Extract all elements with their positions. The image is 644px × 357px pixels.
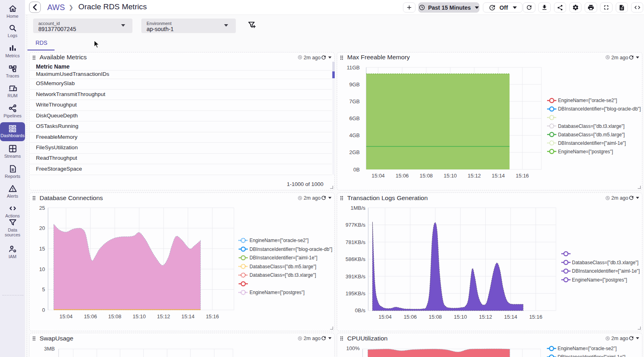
- svg-text:0: 0: [42, 307, 45, 313]
- svg-text:EngineName=["postgres"]: EngineName=["postgres"]: [558, 148, 613, 154]
- svg-text:15:08: 15:08: [108, 313, 122, 319]
- svg-text:5: 5: [42, 286, 45, 292]
- svg-text:15:10: 15:10: [454, 314, 467, 320]
- svg-text:6GB: 6GB: [349, 115, 360, 121]
- svg-text:391KB/s: 391KB/s: [346, 273, 366, 280]
- svg-text:977KB/s: 977KB/s: [346, 222, 366, 228]
- svg-text:EngineName=["oracle-se2"]: EngineName=["oracle-se2"]: [558, 98, 617, 103]
- svg-text:15:04: 15:04: [371, 173, 385, 179]
- svg-text:DBInstanceIdentifier=["blog-or: DBInstanceIdentifier=["blog-oracle-db"]: [250, 246, 332, 252]
- svg-text:EngineName=["oracle-se2"]: EngineName=["oracle-se2"]: [558, 346, 617, 351]
- svg-text:15:14: 15:14: [492, 173, 505, 179]
- svg-text:15:12: 15:12: [157, 313, 170, 319]
- svg-text:EngineName=["oracle-se2"]: EngineName=["oracle-se2"]: [250, 238, 308, 243]
- svg-text:15:14: 15:14: [181, 313, 195, 319]
- svg-text:DBInstanceIdentifier=["aiml-1e: DBInstanceIdentifier=["aiml-1e"]: [558, 140, 626, 146]
- svg-text:15:06: 15:06: [396, 173, 409, 179]
- svg-text:DBInstanceIdentifier=["aiml-1e: DBInstanceIdentifier=["aiml-1e"]: [250, 255, 317, 261]
- svg-text:15:04: 15:04: [378, 314, 392, 320]
- svg-text:100%: 100%: [346, 345, 360, 351]
- svg-text:15:10: 15:10: [444, 173, 457, 179]
- svg-text:DBInstanceIdentifier=["aiml-1e: DBInstanceIdentifier=["aiml-1e"]: [558, 354, 625, 357]
- svg-text:195KB/s: 195KB/s: [346, 290, 366, 296]
- svg-text:11GB: 11GB: [347, 64, 360, 70]
- svg-text:0B/s: 0B/s: [355, 307, 366, 313]
- svg-text:3MB: 3MB: [44, 346, 55, 352]
- svg-text:EngineName=["postgres"]: EngineName=["postgres"]: [250, 290, 304, 295]
- svg-text:9GB: 9GB: [349, 81, 360, 87]
- svg-text:DatabaseClass=["db.t3.xlarge"]: DatabaseClass=["db.t3.xlarge"]: [558, 123, 625, 129]
- svg-text:15: 15: [39, 246, 45, 252]
- svg-text:DBInstanceIdentifier=["blog-or: DBInstanceIdentifier=["blog-oracle-db"]: [558, 106, 641, 112]
- svg-text:15:12: 15:12: [479, 314, 492, 320]
- svg-text:DBInstanceIdentifier=["aiml-1e: DBInstanceIdentifier=["aiml-1e"]: [572, 268, 640, 274]
- svg-text:15:16: 15:16: [516, 173, 529, 179]
- svg-text:15:16: 15:16: [206, 313, 219, 319]
- svg-text:20: 20: [39, 225, 45, 231]
- svg-text:15:12: 15:12: [468, 173, 481, 179]
- svg-text:15:04: 15:04: [59, 313, 73, 319]
- svg-text:15:14: 15:14: [504, 314, 517, 320]
- svg-text:15:06: 15:06: [84, 313, 97, 319]
- svg-text:4GB: 4GB: [349, 132, 360, 138]
- svg-text:7GB: 7GB: [349, 98, 360, 104]
- svg-text:1MB/s: 1MB/s: [350, 205, 365, 211]
- svg-text:15:08: 15:08: [429, 314, 442, 320]
- svg-text:15:06: 15:06: [404, 314, 417, 320]
- svg-text:586KB/s: 586KB/s: [346, 256, 366, 262]
- svg-text:0B: 0B: [353, 166, 360, 172]
- svg-text:DatabaseClass=["db.m5.large"]: DatabaseClass=["db.m5.large"]: [558, 132, 625, 137]
- svg-text:DatabaseClass=["db.t3.xlarge"]: DatabaseClass=["db.t3.xlarge"]: [572, 260, 639, 265]
- svg-text:15:08: 15:08: [420, 173, 433, 179]
- svg-text:DatabaseClass=["db.m5.large"]: DatabaseClass=["db.m5.large"]: [250, 264, 316, 269]
- svg-text:15:10: 15:10: [132, 313, 146, 319]
- svg-text:EngineName=["postgres"]: EngineName=["postgres"]: [572, 277, 627, 283]
- svg-text:2GB: 2GB: [349, 149, 360, 155]
- svg-text:15:16: 15:16: [529, 314, 543, 320]
- svg-text:10: 10: [39, 266, 45, 272]
- svg-text:25: 25: [39, 205, 45, 211]
- svg-text:DatabaseClass=["db.t3.xlarge"]: DatabaseClass=["db.t3.xlarge"]: [250, 272, 316, 278]
- svg-text:781KB/s: 781KB/s: [346, 239, 366, 245]
